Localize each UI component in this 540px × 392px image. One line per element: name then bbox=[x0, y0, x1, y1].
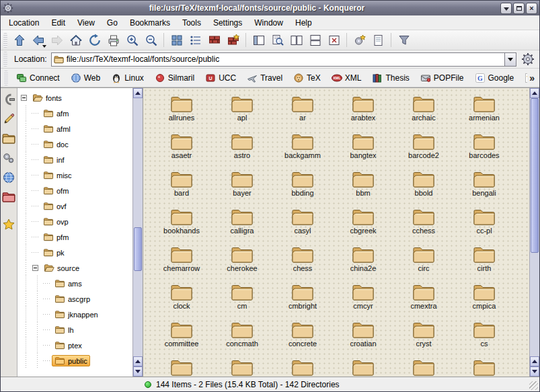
folder-armenian[interactable]: armenian bbox=[454, 94, 514, 132]
menu-help[interactable]: Help bbox=[289, 16, 318, 30]
tree-item-ptex[interactable]: ptex bbox=[20, 338, 132, 353]
main-scrollbar[interactable] bbox=[529, 88, 539, 377]
sidebar-tab-globe-icon[interactable] bbox=[2, 171, 15, 184]
folder-cirth[interactable]: cirth bbox=[454, 245, 514, 282]
tree-item-lh[interactable]: lh bbox=[20, 322, 132, 338]
tree-scrollbar[interactable] bbox=[132, 88, 143, 377]
folder-circ[interactable]: circ bbox=[393, 245, 454, 282]
folder-barcodes[interactable]: barcodes bbox=[454, 132, 514, 169]
folder-allrunes[interactable]: allrunes bbox=[151, 94, 212, 132]
split-lr-button[interactable] bbox=[287, 32, 305, 49]
tree-item-public[interactable]: public bbox=[20, 353, 132, 368]
folder-clock[interactable]: clock bbox=[151, 282, 212, 320]
location-input[interactable] bbox=[67, 54, 502, 64]
bookmark-wikipedia[interactable]: WWikipedia bbox=[519, 71, 527, 85]
find-button[interactable] bbox=[268, 32, 286, 49]
tree-expander-minus[interactable] bbox=[21, 95, 27, 101]
tree-scroll-thumb[interactable] bbox=[134, 227, 142, 271]
back-button[interactable] bbox=[29, 32, 47, 49]
titlebar[interactable]: file:/usr/TeX/texmf-local/fonts/source/p… bbox=[1, 1, 539, 15]
custom-view-button[interactable] bbox=[224, 32, 242, 49]
close-button[interactable]: × bbox=[526, 3, 537, 14]
up-button[interactable] bbox=[10, 32, 28, 49]
folder-chess[interactable]: chess bbox=[272, 245, 333, 282]
folder-apl[interactable]: apl bbox=[212, 94, 272, 132]
bookmark-popfile[interactable]: POPFile bbox=[415, 71, 469, 85]
bookmark-silmaril[interactable]: Silmaril bbox=[149, 71, 200, 85]
reload-button[interactable] bbox=[85, 32, 104, 49]
tree-item-afm[interactable]: afm bbox=[20, 106, 132, 121]
zoom-in-button[interactable] bbox=[123, 32, 141, 49]
folder-concmath[interactable]: concmath bbox=[212, 320, 272, 358]
tree-item-source[interactable]: source bbox=[20, 260, 132, 276]
folder-arabtex[interactable]: arabtex bbox=[333, 94, 393, 132]
bookmark-web[interactable]: Web bbox=[65, 71, 106, 85]
minimize-button[interactable] bbox=[500, 3, 512, 14]
main-scroll-up2-button[interactable] bbox=[530, 356, 539, 366]
folder-cmextra[interactable]: cmextra bbox=[393, 282, 454, 320]
document-button[interactable] bbox=[369, 32, 387, 49]
panel-button[interactable] bbox=[249, 32, 268, 49]
main-scroll-track[interactable] bbox=[530, 98, 539, 356]
folder-bangtex[interactable]: bangtex bbox=[333, 132, 393, 169]
tree-item-ascgrp[interactable]: ascgrp bbox=[20, 291, 132, 307]
sidebar-tab-pencil-icon[interactable] bbox=[2, 112, 15, 126]
folder-ar[interactable]: ar bbox=[272, 94, 333, 132]
tree-scroll-up-button[interactable] bbox=[133, 88, 143, 98]
folder-cbgreek[interactable]: cbgreek bbox=[333, 207, 393, 245]
sidebar-tab-red-folder-icon[interactable] bbox=[2, 190, 15, 204]
tree-item-ams[interactable]: ams bbox=[20, 276, 132, 291]
folder-item[interactable] bbox=[212, 358, 272, 377]
forward-button[interactable] bbox=[48, 32, 66, 49]
sidebar-tab-clamp-icon[interactable] bbox=[2, 93, 15, 106]
folder-croatian[interactable]: croatian bbox=[333, 320, 393, 358]
folder-item[interactable] bbox=[454, 358, 514, 377]
folder-item[interactable] bbox=[272, 358, 333, 377]
bookmark-google[interactable]: GGoogle bbox=[469, 71, 520, 85]
folder-astro[interactable]: astro bbox=[212, 132, 272, 169]
bookmark-ucc[interactable]: UUCC bbox=[200, 71, 241, 85]
tree-item-inf[interactable]: inf bbox=[20, 152, 132, 167]
bookmark-travel[interactable]: Travel bbox=[241, 71, 288, 85]
menu-tools[interactable]: Tools bbox=[176, 16, 207, 30]
bookmark-thesis[interactable]: Thesis bbox=[367, 71, 414, 85]
folder-chemarrow[interactable]: chemarrow bbox=[151, 245, 212, 282]
folder-bbold[interactable]: bbold bbox=[393, 169, 454, 207]
folder-bbding[interactable]: bbding bbox=[272, 169, 333, 207]
gear-star-button[interactable] bbox=[350, 32, 369, 49]
tree-item-jknappen[interactable]: jknappen bbox=[20, 307, 132, 322]
folder-cmcyr[interactable]: cmcyr bbox=[333, 282, 393, 320]
sidebar-tab-star-icon[interactable] bbox=[2, 218, 15, 231]
folder-bard[interactable]: bard bbox=[151, 169, 212, 207]
remove-view-button[interactable] bbox=[325, 32, 343, 49]
bookmarks-toolbar-drag-handle[interactable] bbox=[4, 71, 8, 85]
menu-go[interactable]: Go bbox=[101, 16, 124, 30]
folder-cmbright[interactable]: cmbright bbox=[272, 282, 333, 320]
folder-item[interactable] bbox=[151, 358, 212, 377]
main-scroll-up-button[interactable] bbox=[530, 88, 539, 98]
folder-cryst[interactable]: cryst bbox=[393, 320, 454, 358]
folder-committee[interactable]: committee bbox=[151, 320, 212, 358]
folder-cs[interactable]: cs bbox=[454, 320, 514, 358]
tree-item-fonts[interactable]: fonts bbox=[20, 90, 132, 106]
folder-backgamm[interactable]: backgamm bbox=[272, 132, 333, 169]
tree-scroll-down-button[interactable] bbox=[133, 366, 143, 377]
maximize-button[interactable] bbox=[513, 3, 525, 14]
folder-item[interactable] bbox=[393, 358, 454, 377]
zoom-out-button[interactable] bbox=[142, 32, 160, 49]
sidebar-tab-folder-icon[interactable] bbox=[2, 132, 15, 145]
icon-view-button[interactable] bbox=[167, 32, 186, 49]
tree-item-doc[interactable]: doc bbox=[20, 136, 132, 152]
folder-bayer[interactable]: bayer bbox=[212, 169, 272, 207]
folder-casyl[interactable]: casyl bbox=[272, 207, 333, 245]
bookmark-connect[interactable]: Connect bbox=[11, 71, 65, 85]
main-scroll-thumb[interactable] bbox=[531, 98, 539, 253]
folder-bookhands[interactable]: bookhands bbox=[151, 207, 212, 245]
bookmark-linux[interactable]: Linux bbox=[106, 71, 149, 85]
toolbar-drag-handle[interactable] bbox=[3, 33, 7, 48]
folder-cherokee[interactable]: cherokee bbox=[212, 245, 272, 282]
multicolumn-view-button[interactable] bbox=[186, 32, 204, 49]
split-tb-button[interactable] bbox=[306, 32, 324, 49]
folder-cc-pl[interactable]: cc-pl bbox=[454, 207, 514, 245]
bookmark-xml[interactable]: XMLXML bbox=[326, 71, 367, 85]
